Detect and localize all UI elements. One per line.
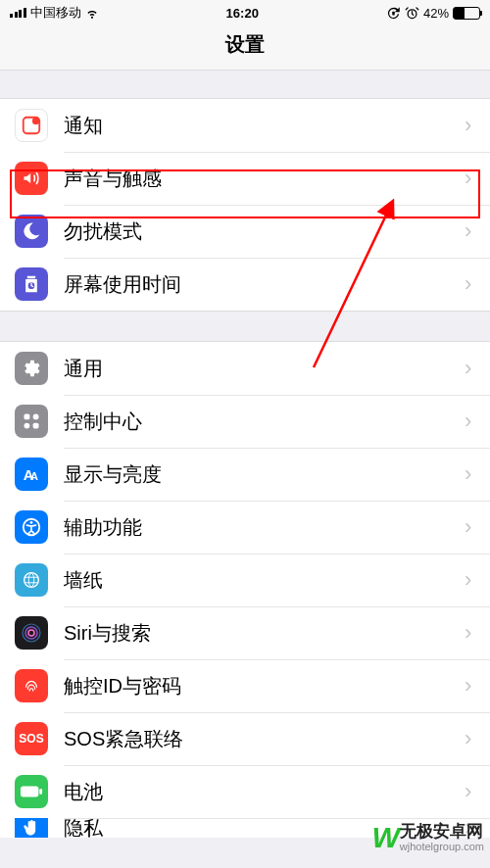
row-label: 屏幕使用时间 [64, 271, 465, 298]
row-label: 电池 [64, 779, 465, 805]
settings-group-1: 通知 › 声音与触感 › 勿扰模式 › 屏幕使用时间 › [0, 98, 490, 312]
row-label: 触控ID与密码 [64, 673, 465, 699]
row-siri-search[interactable]: Siri与搜索 › [0, 606, 490, 659]
chevron-right-icon: › [465, 166, 476, 191]
chevron-right-icon: › [465, 673, 476, 699]
row-label: SOS紧急联络 [64, 726, 465, 752]
battery-pct: 42% [423, 6, 449, 21]
gear-icon [15, 352, 48, 385]
display-icon: AA [15, 458, 48, 491]
row-label: 通知 [64, 113, 465, 139]
alarm-icon [405, 6, 419, 21]
dnd-moon-icon [15, 215, 48, 248]
row-do-not-disturb[interactable]: 勿扰模式 › [0, 205, 490, 258]
row-label: 声音与触感 [64, 166, 465, 192]
svg-point-13 [30, 521, 33, 524]
svg-text:A: A [30, 470, 38, 482]
sos-icon: SOS [15, 722, 48, 755]
row-sounds-haptics[interactable]: 声音与触感 › [0, 152, 490, 205]
status-time: 16:20 [226, 6, 259, 21]
chevron-right-icon: › [465, 461, 476, 487]
row-label: 显示与亮度 [64, 461, 465, 488]
row-battery[interactable]: 电池 › [0, 765, 490, 818]
signal-icon [10, 8, 26, 18]
svg-point-14 [24, 573, 39, 588]
notifications-icon [15, 109, 48, 142]
row-sos[interactable]: SOS SOS紧急联络 › [0, 712, 490, 765]
battery-row-icon [15, 775, 48, 808]
row-general[interactable]: 通用 › [0, 342, 490, 395]
carrier-label: 中国移动 [30, 4, 81, 22]
row-wallpaper[interactable]: 墙纸 › [0, 554, 490, 606]
row-label: 勿扰模式 [64, 218, 465, 245]
row-screen-time[interactable]: 屏幕使用时间 › [0, 258, 490, 311]
row-touch-id-passcode[interactable]: 触控ID与密码 › [0, 659, 490, 712]
chevron-right-icon: › [465, 514, 476, 540]
status-right: 42% [386, 6, 480, 21]
row-display-brightness[interactable]: AA 显示与亮度 › [0, 448, 490, 501]
svg-rect-8 [24, 423, 30, 429]
siri-icon [15, 616, 48, 650]
svg-rect-18 [21, 786, 38, 796]
chevron-right-icon: › [465, 567, 476, 593]
chevron-right-icon: › [465, 409, 476, 434]
settings-group-2: 通用 › 控制中心 › AA 显示与亮度 › 辅助功能 › 墙纸 › Siri与… [0, 341, 490, 838]
row-accessibility[interactable]: 辅助功能 › [0, 501, 490, 554]
row-label: 通用 [64, 356, 465, 382]
status-left: 中国移动 [10, 4, 99, 22]
svg-point-3 [32, 118, 39, 124]
wallpaper-icon [15, 563, 48, 597]
svg-point-16 [25, 627, 37, 639]
svg-point-17 [28, 630, 34, 636]
watermark-url: wjhotelgroup.com [400, 841, 484, 852]
chevron-right-icon: › [465, 113, 476, 138]
row-privacy[interactable]: 隐私 › [0, 818, 490, 838]
wifi-icon [85, 6, 99, 20]
battery-icon [453, 7, 480, 20]
accessibility-icon [15, 510, 48, 544]
page-title: 设置 [0, 24, 490, 71]
rotation-lock-icon [386, 6, 401, 21]
chevron-right-icon: › [465, 620, 476, 646]
row-label: Siri与搜索 [64, 620, 465, 647]
privacy-hand-icon [15, 818, 48, 838]
status-bar: 中国移动 16:20 42% [0, 0, 490, 24]
svg-rect-0 [392, 11, 395, 15]
chevron-right-icon: › [465, 779, 476, 804]
screen-time-icon [15, 267, 48, 301]
chevron-right-icon: › [465, 726, 476, 751]
svg-rect-19 [39, 789, 42, 795]
row-notifications[interactable]: 通知 › [0, 99, 490, 152]
row-label: 辅助功能 [64, 514, 465, 541]
svg-rect-6 [24, 414, 30, 420]
row-label: 墙纸 [64, 567, 465, 594]
sounds-icon [15, 162, 48, 195]
chevron-right-icon: › [465, 271, 476, 297]
chevron-right-icon: › [465, 218, 476, 244]
row-label: 隐私 [64, 818, 465, 838]
control-center-icon [15, 405, 48, 438]
svg-rect-9 [33, 423, 39, 429]
row-control-center[interactable]: 控制中心 › [0, 395, 490, 448]
row-label: 控制中心 [64, 409, 465, 435]
chevron-right-icon: › [465, 356, 476, 381]
chevron-right-icon: › [465, 818, 476, 838]
touch-id-icon [15, 669, 48, 702]
svg-rect-7 [33, 414, 39, 420]
